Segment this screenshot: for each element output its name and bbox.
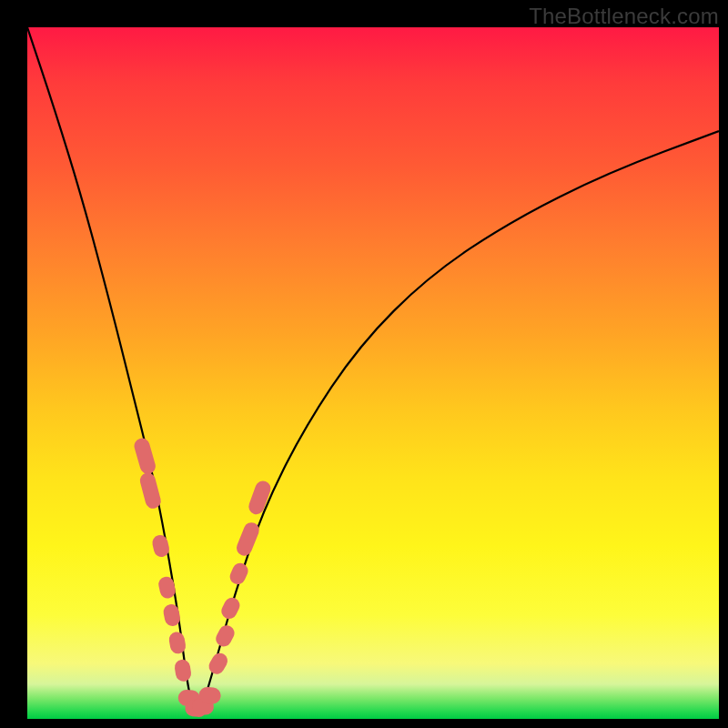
watermark-text: TheBottleneck.com <box>529 4 719 29</box>
curve-marker <box>234 521 261 559</box>
curve-layer <box>27 27 719 719</box>
chart-frame: TheBottleneck.com <box>0 0 728 728</box>
bottleneck-curve <box>27 27 719 712</box>
curve-marker <box>213 622 237 649</box>
curve-marker <box>218 595 242 622</box>
curve-marker <box>206 651 230 677</box>
curve-marker <box>138 471 163 511</box>
curve-markers <box>133 437 273 718</box>
plot-area <box>27 27 719 719</box>
curve-marker <box>157 575 177 600</box>
curve-marker <box>133 437 157 476</box>
curve-marker <box>228 561 250 587</box>
curve-marker <box>174 659 192 682</box>
curve-marker <box>247 479 273 517</box>
